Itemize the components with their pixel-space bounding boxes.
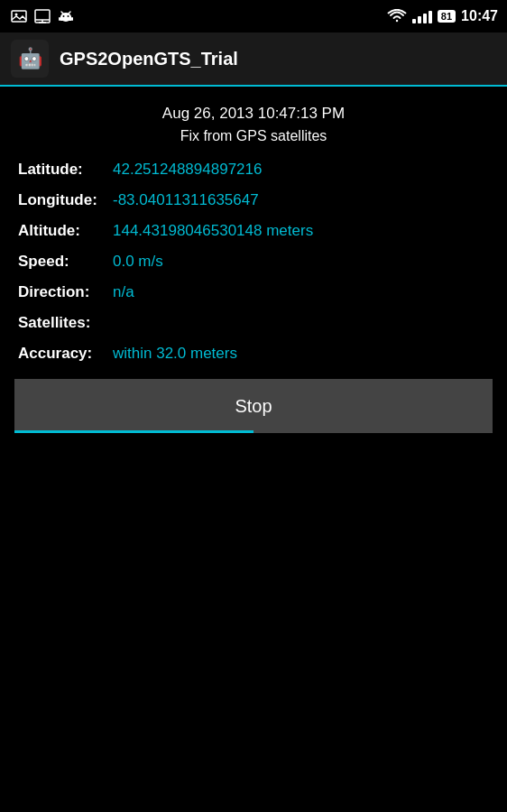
svg-rect-0 xyxy=(12,11,26,22)
satellites-row: Satellites: xyxy=(14,314,493,332)
speed-label: Speed: xyxy=(18,253,113,271)
longitude-value: -83.04011311635647 xyxy=(113,191,259,209)
svg-rect-12 xyxy=(59,17,60,21)
datetime-text: Aug 26, 2013 10:47:13 PM xyxy=(14,105,493,123)
direction-row: Direction: n/a xyxy=(14,283,493,301)
svg-line-10 xyxy=(61,12,63,14)
longitude-label: Longitude: xyxy=(18,191,113,209)
status-bar: 81 10:47 xyxy=(0,0,507,32)
android-icon xyxy=(56,6,76,26)
title-bar: 🤖 GPS2OpenGTS_Trial xyxy=(0,32,507,87)
svg-rect-7 xyxy=(60,16,71,21)
accuracy-label: Accuracy: xyxy=(18,345,113,363)
altitude-label: Altitude: xyxy=(18,222,113,240)
latitude-row: Latitude: 42.251248894897216 xyxy=(14,161,493,179)
speed-value: 0.0 m/s xyxy=(113,253,163,271)
datetime-section: Aug 26, 2013 10:47:13 PM xyxy=(14,105,493,123)
speed-row: Speed: 0.0 m/s xyxy=(14,253,493,271)
app-icon-emoji: 🤖 xyxy=(18,47,42,70)
stop-button-container: Stop xyxy=(14,379,493,433)
fix-source-text: Fix from GPS satellites xyxy=(14,128,493,144)
direction-value: n/a xyxy=(113,283,134,301)
accuracy-row: Accuracy: within 32.0 meters xyxy=(14,345,493,363)
altitude-value: 144.43198046530148 meters xyxy=(113,222,313,240)
altitude-row: Altitude: 144.43198046530148 meters xyxy=(14,222,493,240)
longitude-row: Longitude: -83.04011311635647 xyxy=(14,191,493,209)
image-icon xyxy=(32,6,52,26)
status-time: 10:47 xyxy=(461,8,498,24)
latitude-label: Latitude: xyxy=(18,161,113,179)
wifi-icon xyxy=(387,6,407,26)
svg-point-9 xyxy=(68,15,69,17)
app-icon: 🤖 xyxy=(11,40,49,78)
accuracy-value: within 32.0 meters xyxy=(113,345,237,363)
battery-indicator: 81 xyxy=(438,10,456,23)
stop-button[interactable]: Stop xyxy=(14,379,493,433)
status-left-icons xyxy=(9,6,76,26)
latitude-value: 42.251248894897216 xyxy=(113,161,262,179)
main-content: Aug 26, 2013 10:47:13 PM Fix from GPS sa… xyxy=(0,87,507,433)
direction-label: Direction: xyxy=(18,283,113,301)
status-right-icons: 81 10:47 xyxy=(387,6,498,26)
satellites-label: Satellites: xyxy=(18,314,113,332)
svg-line-11 xyxy=(69,12,70,14)
svg-point-8 xyxy=(63,15,65,17)
svg-point-1 xyxy=(15,14,18,16)
svg-rect-13 xyxy=(71,17,73,21)
app-title: GPS2OpenGTS_Trial xyxy=(60,49,238,69)
gallery-icon xyxy=(9,6,29,26)
signal-icon xyxy=(412,6,432,26)
